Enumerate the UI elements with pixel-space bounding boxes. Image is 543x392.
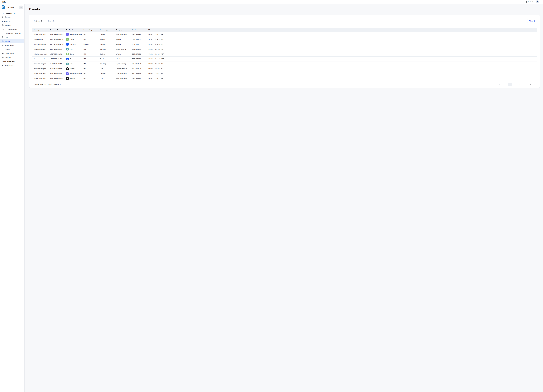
third-party-name: Better Life Finance: [70, 34, 82, 35]
table-row: Initial consent grantu-727cb89e88a4224Pa…: [32, 76, 170, 81]
third-party: Corns: [66, 38, 81, 41]
cell-ip-address: 52.7.187.882: [130, 66, 147, 71]
mx-logo[interactable]: MX: [2, 0, 6, 3]
cell-ip-address: 52.7.187.882: [130, 57, 147, 61]
cell-account-type: Checking: [98, 71, 114, 76]
terminal-icon: [2, 28, 4, 30]
sidebar-item-integrations[interactable]: Integrations: [0, 63, 24, 68]
cell-timestamp: 9/19/23 | 13:04:03 MST: [147, 47, 170, 51]
cell-ip-address: 52.7.187.882: [130, 71, 147, 76]
sidebar-item-analytics[interactable]: Analytics: [0, 55, 24, 59]
cell-customer-id: u-727cb89e88a4224: [48, 47, 64, 51]
cell-timestamp: 9/19/23 | 13:04:03 MST: [147, 71, 170, 76]
third-party: Corns: [66, 53, 81, 55]
sidebar-item-api-documentation[interactable]: API documentation: [0, 27, 24, 31]
sidebar-item-logs[interactable]: Logs: [0, 35, 24, 39]
sidebar-item-overview[interactable]: Overview: [0, 23, 24, 27]
document-icon: [2, 36, 4, 38]
cell-intermediary: Platypus: [82, 42, 98, 47]
cell-category: Personal finance: [114, 66, 130, 71]
third-party-name: Coinface: [70, 58, 76, 60]
cell-third-party: Corns: [64, 37, 82, 42]
sidebar-item-intermediaries[interactable]: Intermediaries: [0, 43, 24, 47]
range-label: 1-10 of more than 200: [48, 84, 62, 85]
cell-category: Personal finance: [114, 71, 130, 76]
column-header: Customer ID: [48, 28, 64, 32]
third-party: Coinface: [66, 43, 81, 45]
cell-account-type: Checking: [98, 42, 114, 47]
table-row: Consent revocationu-727cb89e88a4224Coinf…: [32, 42, 170, 47]
field-selector-dropdown[interactable]: Customer ID: [32, 19, 46, 23]
cell-third-party: Better Life Finance: [64, 32, 82, 37]
rows-per-page-value[interactable]: 10: [44, 84, 46, 85]
sidebar-item-label: Intermediaries: [5, 44, 23, 46]
sidebar-item-performance-monitoring[interactable]: Performance monitoring: [0, 31, 24, 35]
cell-ip-address: 52.7.187.882: [130, 61, 147, 66]
hint-icon: [66, 62, 69, 65]
cell-customer-id: u-727cb89e88a4224: [48, 76, 64, 81]
sidebar-section-label: CUSTOMER ANALYTICS: [0, 11, 24, 15]
sidebar-item-overview[interactable]: Overview: [0, 15, 24, 19]
third-party-name: Hint: [70, 48, 73, 50]
cell-ip-address: 52.7.187.882: [130, 76, 147, 81]
third-party-name: Corns: [70, 53, 74, 55]
sidebar-item-label: Performance monitoring: [5, 32, 23, 34]
sidebar-item-configuration[interactable]: Configuration: [0, 51, 24, 55]
cell-category: Personal finance: [114, 32, 130, 37]
third-party-name: Coinface: [70, 43, 76, 45]
cell-intermediary: MX: [82, 57, 98, 61]
org-settings-button[interactable]: [19, 6, 23, 9]
cell-ip-address: 52.7.187.882: [130, 47, 147, 51]
cell-account-type: Savings: [98, 37, 114, 42]
sidebar-item-label: API documentation: [5, 28, 23, 30]
cell-ip-address: 52.7.187.882: [130, 37, 147, 42]
calendar-icon: [2, 40, 4, 42]
column-header: Third party: [64, 28, 82, 32]
third-party: Hint: [66, 48, 81, 51]
sidebar-item-label: Configuration: [5, 52, 23, 54]
cell-ip-address: 52.7.187.882: [130, 42, 147, 47]
cell-third-party: Better Life Finance: [64, 71, 82, 76]
sidebar-section-label: DATA MANAGEMENT: [0, 59, 24, 63]
paintree-icon: [66, 68, 69, 70]
sidebar-item-all-apps[interactable]: All apps: [0, 47, 24, 51]
column-header: Account type: [98, 28, 114, 32]
cell-category: Wealth: [114, 37, 130, 42]
column-header: Timestamp: [147, 28, 170, 32]
hint-icon: [66, 48, 69, 51]
paintree-icon: [66, 77, 69, 80]
sidebar: Epic Bank CUSTOMER ANALYTICSOverviewDATA…: [0, 4, 25, 92]
page-title: Events: [29, 7, 170, 11]
main-content: Events Customer ID Filter: [25, 4, 170, 92]
cell-timestamp: 9/19/23 | 13:04:03 MST: [147, 37, 170, 42]
cell-event-type: Initial consent grant: [32, 71, 48, 76]
sidebar-item-label: Events: [5, 40, 23, 42]
cell-customer-id: u-727cb89e88a4224: [48, 57, 64, 61]
cell-timestamp: 9/19/23 | 13:04:03 MST: [147, 76, 170, 81]
cell-category: Digital banking: [114, 47, 130, 51]
cell-customer-id: u-727cb89e88a4224: [48, 71, 64, 76]
table-header: Event typeCustomer IDThird partyIntermed…: [32, 28, 170, 32]
cell-category: Digital banking: [114, 61, 130, 66]
cell-account-type: Savings: [98, 51, 114, 57]
sidebar-item-label: Integrations: [5, 65, 23, 66]
cell-account-type: Checking: [98, 47, 114, 51]
cell-third-party: Coinface: [64, 42, 82, 47]
cell-timestamp: 9/19/23 | 13:04:03 MST: [147, 61, 170, 66]
column-header: Intermediary: [82, 28, 98, 32]
cell-timestamp: 9/19/23 | 13:04:03 MST: [147, 51, 170, 57]
sidebar-item-label: Overview: [5, 16, 23, 18]
cell-intermediary: MX: [82, 71, 98, 76]
sidebar-item-events[interactable]: Events: [0, 39, 24, 43]
cell-timestamp: 9/19/23 | 13:04:03 MST: [147, 42, 170, 47]
column-header: IP address: [130, 28, 147, 32]
coinface-icon: [66, 58, 69, 60]
cell-event-type: Consent revocation: [32, 57, 48, 61]
cell-category: Wealth: [114, 42, 130, 47]
value-input[interactable]: [46, 19, 170, 23]
third-party: Paintree: [66, 68, 81, 70]
sidebar-section-label: DATA ACCESS: [0, 19, 24, 23]
cell-third-party: Paintree: [64, 76, 82, 81]
coinface-icon: [66, 43, 69, 45]
cell-third-party: Hint: [64, 61, 82, 66]
